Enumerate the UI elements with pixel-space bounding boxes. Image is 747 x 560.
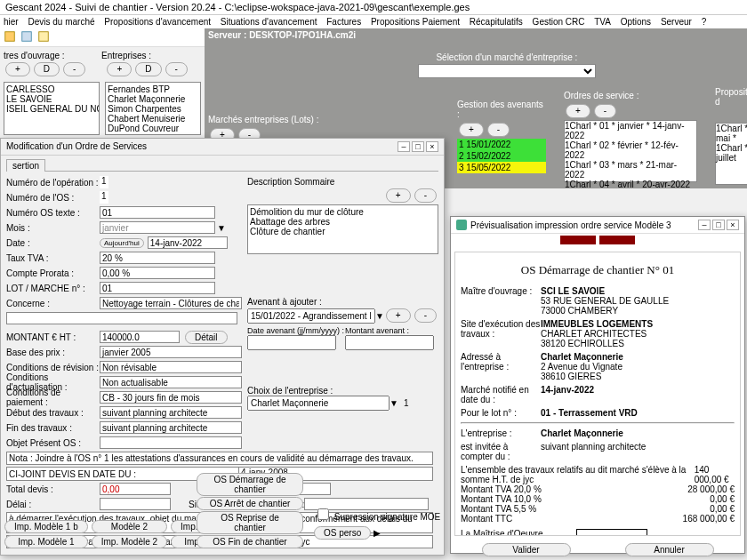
ordres-list[interactable]: 1Charl * 01 * janvier * 14-janv-2022 1Ch… (564, 120, 697, 182)
minus-button[interactable]: - (414, 308, 437, 323)
selection-label: Sélection d'un marché d'entreprise : (208, 52, 747, 62)
total-input[interactable] (100, 483, 171, 495)
ouvrages-list[interactable]: CARLESSO LE SAVOIE ISEIL GENERAL DU NORD (4, 82, 100, 135)
d-button[interactable]: D (135, 62, 161, 76)
fin-input[interactable] (100, 421, 242, 434)
menu-item[interactable]: Options (621, 17, 651, 27)
delai-input[interactable] (100, 498, 171, 510)
avenant-label: Avenant à ajouter : (247, 297, 438, 307)
extra-input[interactable] (6, 312, 237, 324)
concerne-input[interactable] (100, 297, 242, 309)
paie-input[interactable] (100, 391, 242, 404)
dialog-title: Modification d'un Ordre de Services (6, 141, 147, 152)
minus-button[interactable]: - (63, 62, 85, 76)
act-input[interactable] (100, 376, 242, 388)
svg-rect-0 (5, 32, 15, 42)
tool-icon[interactable] (4, 35, 18, 44)
ouvrages-label: tres d'ouvrage : (4, 51, 101, 60)
prorata-input[interactable] (100, 267, 215, 279)
mod2-button[interactable]: Modèle 2 (92, 520, 167, 533)
menu-item[interactable]: Devis du marché (28, 17, 94, 27)
close-icon[interactable]: × (727, 220, 739, 230)
minus-button[interactable]: - (165, 62, 188, 76)
marche-select[interactable] (418, 64, 596, 78)
window-title: Gescant 2024 - Suivi de chantier - Versi… (0, 0, 747, 15)
montant-input[interactable] (100, 331, 180, 343)
entreprise-select[interactable] (247, 396, 390, 411)
tab-insertion[interactable]: sertion (6, 159, 45, 172)
annuler-button[interactable]: Annuler (625, 543, 714, 556)
mois-select[interactable] (100, 221, 215, 234)
plus-button[interactable]: + (459, 123, 484, 137)
detail-button[interactable]: Détail (185, 331, 228, 344)
tva-input[interactable] (100, 252, 215, 264)
imp1-button[interactable]: Imp. Modèle 1 (4, 535, 88, 548)
supression-checkbox[interactable]: Supression signature MOE (314, 512, 440, 522)
plus-button[interactable]: + (386, 188, 411, 203)
date-input[interactable] (148, 236, 228, 249)
menu-item[interactable]: Gestion CRC (533, 17, 585, 27)
svg-rect-2 (38, 32, 48, 42)
choix-label: Choix de l'entreprise : (247, 386, 438, 396)
menu-item[interactable]: TVA (594, 17, 611, 27)
plus-button[interactable]: + (566, 104, 590, 118)
plus-button[interactable]: + (5, 62, 30, 76)
os-arr-button[interactable]: OS Arrêt de chantier (197, 497, 303, 510)
minus-button[interactable]: - (487, 123, 510, 137)
signature-box (576, 529, 647, 536)
preview-title-text: Prévisualisation impression ordre servic… (470, 220, 671, 230)
menu-item[interactable]: Récapitulatifs (470, 17, 523, 27)
tool-icon[interactable] (20, 35, 35, 44)
desc-textarea[interactable]: Démolition du mur de clôture Abattage de… (247, 204, 438, 254)
ordres-label: Ordres de service : (564, 91, 697, 100)
menubar: hier Devis du marché Propositions d'avan… (0, 15, 747, 28)
propositions-list[interactable]: 1Charl * S01 * L01 * mai * 1Charl * S02 … (715, 123, 747, 185)
maximize-icon[interactable]: □ (412, 141, 424, 152)
os-texte-input[interactable] (100, 206, 215, 219)
avenants-label: Gestion des avenants : (457, 100, 546, 119)
minus-button[interactable]: - (594, 104, 616, 118)
base-input[interactable] (100, 346, 242, 358)
os-edit-dialog: Modification d'un Ordre de Services – □ … (0, 138, 445, 556)
page-tab[interactable] (560, 236, 596, 244)
marches-label: Marchés entreprises (Lots) : (208, 115, 439, 124)
maximize-icon[interactable]: □ (712, 220, 725, 230)
entreprises-list[interactable]: Fernandes BTP Charlet Maçonnerie Simon C… (105, 82, 201, 135)
menu-item[interactable]: hier (4, 17, 19, 27)
menu-item[interactable]: Propositions Paiement (371, 17, 460, 27)
page-tab[interactable] (599, 236, 635, 244)
valider-button[interactable]: Valider (482, 543, 571, 556)
menu-item[interactable]: Serveur (661, 17, 692, 27)
play-icon[interactable]: ▶ (374, 528, 381, 538)
avenant-montant-input[interactable] (345, 335, 434, 350)
minimize-icon[interactable]: – (698, 220, 711, 230)
os-perso-button[interactable]: OS perso (314, 526, 371, 540)
minus-button[interactable]: - (414, 188, 437, 203)
avenant-select[interactable] (247, 308, 375, 324)
toolbar (0, 28, 205, 47)
close-icon[interactable]: × (426, 141, 438, 152)
os-rep-button[interactable]: OS Reprise de chantier (197, 511, 303, 534)
avenants-list[interactable]: 1 15/01/2022 2 15/02/2022 3 15/05/2022 (457, 139, 546, 173)
plus-button[interactable]: + (107, 62, 132, 76)
minimize-icon[interactable]: – (398, 141, 410, 152)
os-fin-button[interactable]: OS Fin de chantier (197, 535, 303, 548)
imp2-button[interactable]: Imp. Modèle 2 (92, 535, 167, 548)
menu-item[interactable]: ? (702, 17, 707, 27)
rev-input[interactable] (100, 361, 242, 373)
menu-item[interactable]: Situations d'avancement (221, 17, 317, 27)
svg-rect-1 (22, 32, 32, 42)
today-button[interactable]: Aujourd'hui (100, 238, 144, 248)
server-line: Serveur : DESKTOP-I7PO1HA.cm2i (205, 28, 747, 47)
objet-input[interactable] (100, 436, 242, 449)
imp1b-button[interactable]: Imp. Modèle 1 b (4, 520, 88, 533)
tool-icon[interactable] (37, 35, 52, 44)
lot-input[interactable] (100, 282, 215, 294)
os-dem-button[interactable]: OS Démarrage de chantier (197, 473, 303, 496)
plus-button[interactable]: + (386, 308, 411, 323)
menu-item[interactable]: Factures (326, 17, 361, 27)
menu-item[interactable]: Propositions d'avancement (104, 17, 211, 27)
d-button[interactable]: D (34, 62, 60, 76)
debut-input[interactable] (100, 406, 242, 419)
avenant-date-input[interactable] (247, 335, 336, 350)
